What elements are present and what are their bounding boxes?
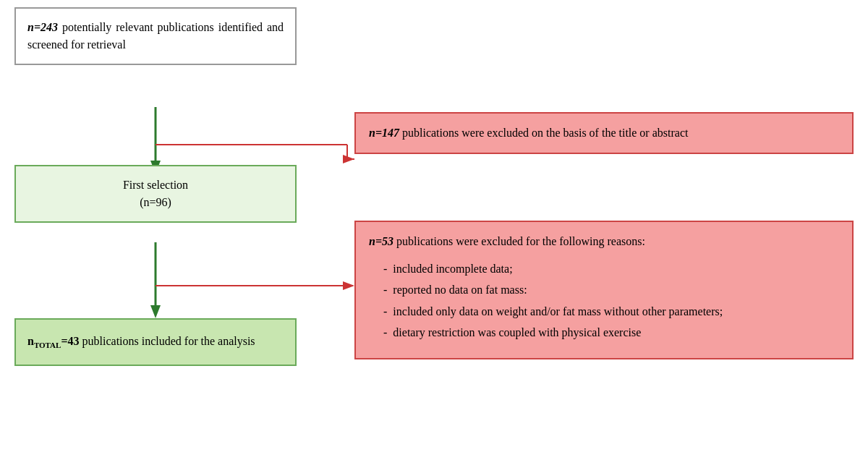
- list-text-1: included incomplete data;: [393, 260, 512, 278]
- eq43: =43: [61, 335, 79, 347]
- box-first-selection: First selection (n=96): [14, 165, 297, 223]
- rbox2-text: publications were excluded for the follo…: [393, 235, 645, 247]
- box-initial: n=243 potentially relevant publications …: [14, 7, 297, 65]
- first-selection-label: First selection: [27, 176, 284, 194]
- dash-4: -: [383, 323, 387, 342]
- box1-text: potentially relevant publications identi…: [27, 21, 284, 51]
- list-item-2: - reported no data on fat mass:: [383, 281, 839, 299]
- list-text-4: dietary restriction was coupled with phy…: [393, 323, 641, 342]
- rbox2-header: n=53 publications were excluded for the …: [369, 232, 839, 251]
- n-bold: n: [27, 335, 34, 347]
- ntotal-label: nTOTAL=43: [27, 335, 82, 347]
- n243-label: n=243: [27, 21, 58, 33]
- dash-1: -: [383, 260, 387, 278]
- svg-marker-7: [343, 155, 354, 163]
- svg-marker-10: [343, 281, 354, 290]
- list-item-3: - included only data on weight and/or fa…: [383, 302, 839, 321]
- flowchart: n=243 potentially relevant publications …: [0, 0, 868, 460]
- list-text-3: included only data on weight and/or fat …: [393, 302, 723, 321]
- list-item-1: - included incomplete data;: [383, 260, 839, 278]
- svg-marker-3: [150, 305, 161, 318]
- list-text-2: reported no data on fat mass:: [393, 281, 527, 299]
- total-sub: TOTAL: [34, 341, 61, 349]
- list-item-4: - dietary restriction was coupled with p…: [383, 323, 839, 342]
- first-selection-n: (n=96): [27, 194, 284, 211]
- exclusion-list: - included incomplete data; - reported n…: [369, 260, 839, 342]
- n53-label: n=53: [369, 235, 393, 247]
- dash-2: -: [383, 281, 387, 299]
- rbox1-text: publications were excluded on the basis …: [399, 127, 688, 139]
- box-excluded-1: n=147 publications were excluded on the …: [354, 112, 854, 154]
- dash-3: -: [383, 302, 387, 321]
- box3-text: publications included for the analysis: [82, 335, 255, 347]
- box-excluded-2: n=53 publications were excluded for the …: [354, 221, 854, 359]
- box-final: nTOTAL=43 publications included for the …: [14, 318, 297, 366]
- n147-label: n=147: [369, 127, 399, 139]
